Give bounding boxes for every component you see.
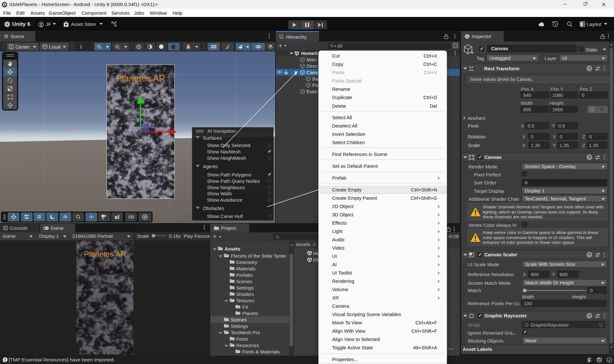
svg-text:Y: Y — [99, 47, 101, 50]
